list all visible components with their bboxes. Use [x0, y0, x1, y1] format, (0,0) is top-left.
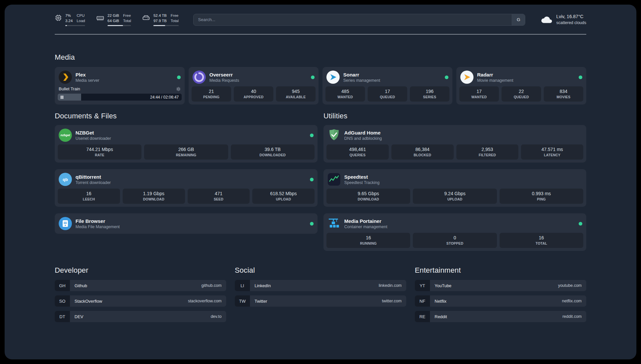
stat-label: MOVIES — [545, 95, 582, 99]
service-card-overseerr[interactable]: Overseerr Media Requests 21 PENDING 40 A… — [189, 67, 319, 105]
service-card-radarr[interactable]: Radarr Movie management 17 WANTED 22 QUE… — [456, 67, 586, 105]
bookmark-name[interactable]: Netflix — [435, 299, 446, 304]
bookmark-youtube[interactable]: YT YouTube youtube.com — [415, 280, 586, 291]
nzbget-icon: nzbget — [59, 129, 72, 142]
stat-label: APPROVED — [235, 95, 272, 99]
service-card-adguard[interactable]: AdGuard Home DNS and adblocking 498,461 … — [323, 125, 586, 163]
stat-tile: 0 STOPPED — [413, 233, 497, 248]
stat-value: 945 — [277, 89, 314, 94]
service-name[interactable]: Sonarr — [343, 72, 380, 77]
stat-tile: 2,953 FILTERED — [456, 144, 519, 160]
bookmark-name[interactable]: Reddit — [435, 314, 447, 319]
service-card-portainer[interactable]: Media Portainer Container management 16 … — [323, 213, 586, 251]
stat-tile: 39.6 TB DOWNLOADED — [231, 144, 315, 160]
service-name[interactable]: Plex — [76, 72, 99, 77]
portainer-icon — [327, 217, 341, 230]
bookmark-abbr: DT — [55, 311, 70, 322]
bookmark-name[interactable]: DEV — [75, 314, 83, 319]
bookmark-url: linkedin.com — [379, 283, 402, 288]
search-bar[interactable]: G — [193, 14, 525, 26]
stat-tile: 16 LEECH — [58, 189, 120, 204]
service-name[interactable]: AdGuard Home — [344, 130, 382, 136]
status-dot — [310, 134, 314, 137]
stat-tile: 17 QUEUED — [368, 86, 407, 102]
service-name[interactable]: Speedtest — [344, 174, 380, 180]
bookmark-url: twitter.com — [382, 299, 402, 303]
bookmark-name[interactable]: LinkedIn — [255, 283, 271, 288]
service-name[interactable]: File Browser — [76, 218, 120, 224]
weather-condition: scattered clouds — [556, 20, 586, 26]
bookmark-abbr: YT — [415, 280, 430, 291]
playback-progress-bar[interactable]: 24:44 / 02:06:47 — [58, 94, 182, 101]
system-monitors: 7% 3.24 CPU Load — [55, 13, 179, 26]
bookmark-name[interactable]: Twitter — [255, 299, 267, 304]
service-card-plex[interactable]: Plex Media server Bullet Train — [55, 67, 185, 105]
status-dot — [311, 76, 315, 79]
service-card-nzbget[interactable]: nzbget NZBGet Usenet downloader 744.21 M… — [55, 125, 318, 163]
memory-icon — [96, 14, 104, 22]
service-desc: Media File Management — [76, 225, 120, 229]
filebrowser-icon — [59, 217, 72, 230]
stat-value: 40 — [235, 89, 272, 94]
stat-value: 744.21 Mbps — [59, 147, 140, 152]
bookmark-name[interactable]: YouTube — [435, 283, 451, 288]
stat-tile: 744.21 Mbps RATE — [58, 144, 141, 160]
bookmark-url: dev.to — [211, 314, 222, 319]
bookmark-netflix[interactable]: NF Netflix netflix.com — [415, 295, 586, 307]
stat-label: TOTAL — [501, 241, 582, 245]
section-title-developer: Developer — [55, 266, 226, 275]
service-card-filebrowser[interactable]: File Browser Media File Management — [55, 213, 318, 234]
bookmark-stackoverflow[interactable]: SO StackOverflow stackoverflow.com — [55, 295, 226, 307]
bookmark-name[interactable]: StackOverflow — [75, 299, 102, 304]
stat-value: 39.6 TB — [232, 147, 313, 152]
memory-usage-bar — [107, 25, 131, 26]
bookmark-name[interactable]: Github — [75, 283, 87, 288]
topbar-divider — [55, 34, 586, 35]
service-desc: Series management — [343, 78, 380, 83]
stat-tile: 47.571 ms LATENCY — [521, 144, 583, 160]
bookmark-abbr: SO — [55, 295, 70, 307]
service-desc: Container management — [344, 225, 387, 229]
search-input[interactable] — [194, 14, 512, 25]
stat-value: 1.19 Gbps — [124, 191, 184, 196]
stat-label: PING — [501, 197, 582, 201]
stat-value: 17 — [461, 89, 498, 94]
cpu-usage-fill — [65, 25, 67, 26]
disk-free-value: 52.4 TB — [153, 13, 167, 18]
stat-label: DOWNLOAD — [328, 197, 409, 201]
bookmarks-entertainment: Entertainment YT YouTube youtube.com NF … — [415, 266, 586, 322]
service-name[interactable]: Overseerr — [209, 72, 239, 77]
bookmarks-developer: Developer GH Github github.com SO StackO… — [55, 266, 226, 322]
service-name[interactable]: Radarr — [477, 72, 513, 77]
bookmark-abbr: LI — [235, 280, 250, 291]
stat-label: WANTED — [461, 95, 498, 99]
stat-label: STOPPED — [414, 241, 495, 245]
service-card-qbittorrent[interactable]: qb qBittorrent Torrent downloader 16 — [55, 169, 318, 207]
now-playing-title: Bullet Train — [59, 86, 80, 91]
bookmark-twitter[interactable]: TW Twitter twitter.com — [235, 295, 406, 307]
bookmark-dev[interactable]: DT DEV dev.to — [55, 311, 226, 322]
service-card-sonarr[interactable]: Sonarr Series management 485 WANTED 17 Q… — [322, 67, 452, 105]
bookmark-abbr: NF — [415, 295, 430, 307]
settings-gear-icon[interactable] — [176, 87, 181, 91]
stat-value: 2,953 — [458, 147, 517, 152]
plex-now-playing: Bullet Train 24:44 / 02:06:47 — [58, 86, 182, 101]
nzbget-icon-text: nzbget — [61, 134, 70, 137]
service-name[interactable]: qBittorrent — [76, 174, 111, 180]
memory-usage-fill — [107, 25, 123, 26]
radarr-icon — [460, 71, 473, 84]
service-name[interactable]: NZBGet — [76, 130, 111, 136]
stat-value: 22 — [503, 89, 540, 94]
cloud-icon — [540, 14, 553, 26]
disk-free-label: Free — [171, 13, 179, 18]
bookmark-reddit[interactable]: RE Reddit reddit.com — [415, 311, 586, 322]
stat-label: LATENCY — [522, 153, 582, 157]
stat-value: 21 — [193, 89, 230, 94]
service-card-speedtest[interactable]: Speedtest Speedtest Tracking 9.65 Gbps D… — [323, 169, 586, 207]
bookmark-linkedin[interactable]: LI LinkedIn linkedin.com — [235, 280, 406, 291]
bookmark-abbr: RE — [415, 311, 430, 322]
service-name[interactable]: Media Portainer — [344, 218, 387, 224]
pause-button[interactable] — [61, 96, 63, 99]
bookmark-github[interactable]: GH Github github.com — [55, 280, 226, 291]
search-provider-button[interactable]: G — [512, 14, 525, 25]
